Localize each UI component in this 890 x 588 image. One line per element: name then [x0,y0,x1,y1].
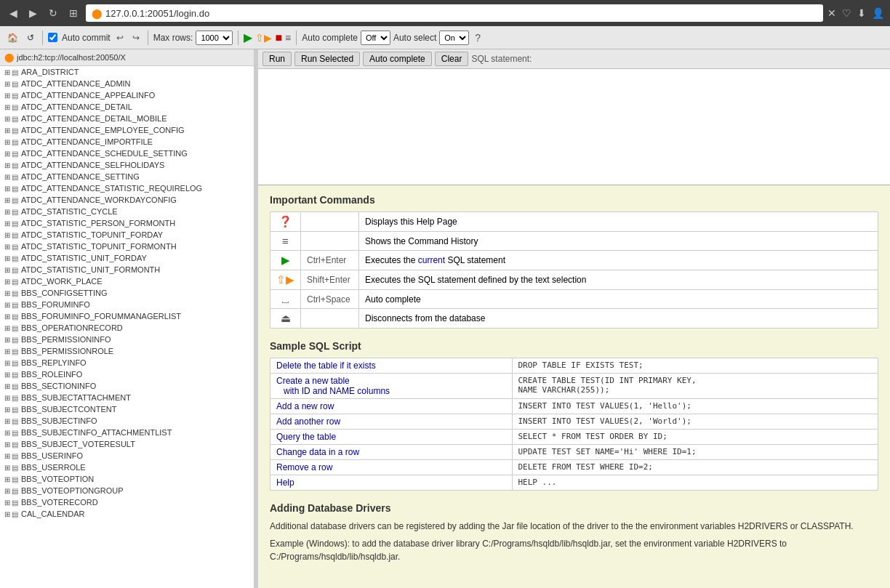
table-name: ATDC_ATTENDANCE_IMPORTFILE [21,137,153,146]
autocommit-checkbox[interactable] [48,33,57,42]
sample-sql-cell: INSERT INTO TEST VALUES(2, 'World'); [512,414,878,430]
table-name: BBS_REPLYINFO [21,358,87,367]
table-list-item[interactable]: ⊞▤ATDC_ATTENDANCE_EMPLOYEE_CONFIG [0,124,254,136]
forward-button[interactable]: ▶ [25,6,41,20]
sample-link[interactable]: Help [276,478,294,488]
redo-btn[interactable]: ↪ [129,31,143,44]
table-list-item[interactable]: ⊞▤ATDC_STATISTIC_CYCLE [0,206,254,217]
table-list-item[interactable]: ⊞▤BBS_CONFIGSETTING [0,287,254,299]
maxrows-select[interactable]: 1000 500 100 [196,31,233,45]
expand-icon: ⊞ [4,266,10,274]
expand-icon: ⊞ [4,510,10,518]
table-name: ATDC_ATTENDANCE_WORKDAYCONFIG [21,196,177,204]
table-list-item[interactable]: ⊞▤ATDC_STATISTIC_UNIT_FORDAY [0,252,254,264]
table-list-item[interactable]: ⊞▤BBS_SUBJECTINFO [0,415,254,427]
table-list-item[interactable]: ⊞▤ATDC_STATISTIC_TOPUNIT_FORMONTH [0,241,254,252]
table-list-item[interactable]: ⊞▤ATDC_ATTENDANCE_APPEALINFO [0,89,254,101]
table-list-item[interactable]: ⊞▤ARA_DISTRICT [0,66,254,78]
table-list-item[interactable]: ⊞▤ATDC_STATISTIC_PERSON_FORMONTH [0,217,254,229]
table-list-item[interactable]: ⊞▤BBS_VOTEOPTION [0,473,254,485]
table-name: CAL_CALENDAR [21,510,84,518]
command-history-icon[interactable]: ≡ [285,32,291,44]
table-icon: ▤ [12,440,18,448]
home-button[interactable]: ⊞ [65,6,81,20]
stop-icon[interactable]: ■ [275,31,282,44]
sample-link[interactable]: Remove a row [276,462,332,472]
table-list-item[interactable]: ⊞▤BBS_SUBJECT_VOTERESULT [0,438,254,450]
profile-icon[interactable]: 👤 [872,7,884,19]
table-list-item[interactable]: ⊞▤ATDC_ATTENDANCE_SCHEDULE_SETTING [0,148,254,159]
table-list-item[interactable]: ⊞▤BBS_PERMISSIONROLE [0,345,254,357]
sample-link[interactable]: Delete the table if it exists [276,361,376,371]
autoselect-select[interactable]: On Off [439,31,469,45]
table-name: ARA_DISTRICT [21,68,79,76]
table-list-item[interactable]: ⊞▤BBS_FORUMINFO [0,299,254,310]
sample-link[interactable]: Add a new row [276,401,334,411]
table-list-item[interactable]: ⊞▤ATDC_ATTENDANCE_ADMIN [0,78,254,89]
expand-icon: ⊞ [4,115,10,123]
table-list-item[interactable]: ⊞▤ATDC_ATTENDANCE_SELFHOLIDAYS [0,159,254,171]
table-name: BBS_VOTERECORD [21,498,98,507]
run-button[interactable]: Run [262,52,292,66]
home-toolbar-btn[interactable]: 🏠 [4,31,21,44]
sample-link[interactable]: Change data in a row [276,447,359,457]
separator3 [238,31,238,45]
table-list-item[interactable]: ⊞▤ATDC_WORK_PLACE [0,275,254,287]
command-row: ≡ Shows the Command History [270,232,878,251]
table-list-item[interactable]: ⊞▤ATDC_ATTENDANCE_DETAIL_MOBILE [0,113,254,124]
table-list-item[interactable]: ⊞▤BBS_ROLEINFO [0,368,254,380]
sample-link[interactable]: Create a new table [276,376,350,386]
table-icon: ▤ [12,313,18,321]
table-list-item[interactable]: ⊞▤BBS_OPERATIONRECORD [0,322,254,334]
table-list-item[interactable]: ⊞▤ATDC_ATTENDANCE_STATISTIC_REQUIRELOG [0,182,254,194]
table-name: BBS_USERINFO [21,451,83,460]
table-list-item[interactable]: ⊞▤BBS_VOTEOPTIONGROUP [0,485,254,496]
download-icon[interactable]: ⬇ [857,7,866,19]
address-bar[interactable]: ⬤ 127.0.0.1:20051/login.do [86,4,823,22]
help-icon[interactable]: ? [475,32,481,44]
refresh-toolbar-btn[interactable]: ↺ [24,31,37,44]
table-name: ATDC_ATTENDANCE_EMPLOYEE_CONFIG [21,126,185,134]
sample-link[interactable]: Query the table [276,432,336,442]
sample-link-cell: Add another row [270,414,513,430]
table-list-item[interactable]: ⊞▤BBS_PERMISSIONINFO [0,334,254,345]
clear-button[interactable]: Clear [435,52,469,66]
sql-editor[interactable] [258,69,890,185]
undo-btn[interactable]: ↩ [113,31,127,44]
table-list-item[interactable]: ⊞▤CAL_CALENDAR [0,508,254,520]
table-list-item[interactable]: ⊞▤BBS_USERROLE [0,462,254,473]
table-list-item[interactable]: ⊞▤BBS_SUBJECTATTACHMENT [0,392,254,403]
table-list-item[interactable]: ⊞▤BBS_SUBJECTCONTENT [0,403,254,415]
table-list-item[interactable]: ⊞▤ATDC_ATTENDANCE_SETTING [0,171,254,182]
table-list-item[interactable]: ⊞▤BBS_FORUMINFO_FORUMMANAGERLIST [0,310,254,322]
cmd-icon-cell: ⏏ [270,309,301,329]
table-list-item[interactable]: ⊞▤ATDC_ATTENDANCE_DETAIL [0,101,254,113]
table-list-item[interactable]: ⊞▤ATDC_ATTENDANCE_WORKDAYCONFIG [0,194,254,206]
bookmark-icon[interactable]: ♡ [842,7,851,19]
autocomplete-select[interactable]: Off On [361,31,390,45]
run-icon[interactable]: ▶ [244,31,252,44]
browser-chrome: ◀ ▶ ↻ ⊞ ⬤ 127.0.0.1:20051/login.do ✕ ♡ ⬇… [0,0,890,26]
table-list-item[interactable]: ⊞▤BBS_SUBJECTINFO_ATTACHMENTLIST [0,427,254,438]
table-list-item[interactable]: ⊞▤ATDC_STATISTIC_TOPUNIT_FORDAY [0,229,254,241]
table-list-item[interactable]: ⊞▤BBS_REPLYINFO [0,357,254,368]
table-name: BBS_SUBJECTCONTENT [21,405,116,414]
table-list: ⊞▤ARA_DISTRICT⊞▤ATDC_ATTENDANCE_ADMIN⊞▤A… [0,66,254,520]
close-tab-icon[interactable]: ✕ [827,7,836,19]
expand-icon: ⊞ [4,359,10,367]
cmd-shortcut-cell [301,232,359,251]
table-list-item[interactable]: ⊞▤BBS_USERINFO [0,450,254,462]
back-button[interactable]: ◀ [6,6,21,20]
table-list-item[interactable]: ⊞▤BBS_SECTIONINFO [0,380,254,392]
sample-sql-cell: HELP ... [512,475,878,491]
table-list-item[interactable]: ⊞▤ATDC_STATISTIC_UNIT_FORMONTH [0,264,254,275]
auto-complete-button[interactable]: Auto complete [363,52,432,66]
expand-icon: ⊞ [4,278,10,286]
sample-link[interactable]: Add another row [276,416,340,427]
run-selected-button[interactable]: Run Selected [294,52,360,66]
refresh-button[interactable]: ↻ [45,6,61,20]
table-icon: ▤ [12,301,18,309]
table-list-item[interactable]: ⊞▤ATDC_ATTENDANCE_IMPORTFILE [0,136,254,148]
table-list-item[interactable]: ⊞▤BBS_VOTERECORD [0,496,254,508]
run-selected-icon[interactable]: ⇧▶ [255,32,272,44]
